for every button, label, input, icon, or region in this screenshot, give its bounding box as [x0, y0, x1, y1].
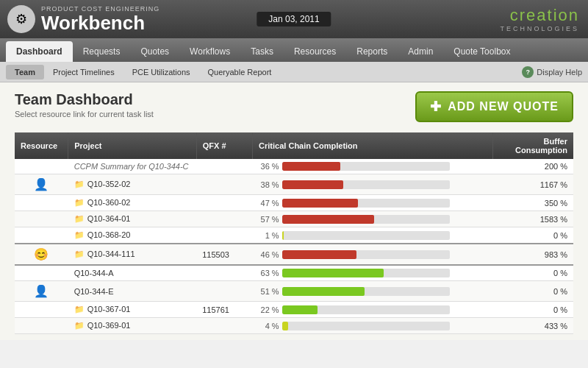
- bar-track: [282, 305, 450, 314]
- buffer-cell: 0 %: [493, 281, 573, 302]
- resource-cell: 😊: [15, 244, 68, 265]
- pct-label: 1 %: [259, 231, 279, 240]
- dashboard-heading: Team Dashboard Select resource link for …: [15, 91, 154, 118]
- bar-fill: [282, 250, 356, 259]
- help-label: Display Help: [537, 68, 582, 77]
- qfx-cell: [196, 159, 252, 174]
- bar-cell: 51 %: [253, 281, 493, 302]
- col-resource: Resource: [15, 132, 68, 159]
- dashboard-table: Resource Project QFX # Critical Chain Co…: [15, 132, 573, 334]
- bar-track: [282, 322, 450, 330]
- add-quote-label: Add New Quote: [448, 100, 559, 113]
- app-header: ⚙ Product Cost Engineering Workbench Jan…: [0, 0, 588, 38]
- pct-label: 63 %: [259, 269, 279, 277]
- folder-icon: 📁: [74, 230, 85, 239]
- bar-container: 22 %: [259, 305, 450, 314]
- project-cell: 📁Q10-352-02: [68, 174, 197, 195]
- nav-tab-resources[interactable]: Resources: [284, 41, 346, 62]
- bar-track: [282, 269, 450, 277]
- bar-fill: [282, 180, 344, 189]
- bar-cell: 22 %: [253, 302, 493, 318]
- nav-tab-admin[interactable]: Admin: [398, 41, 443, 62]
- buffer-cell: 0 %: [493, 302, 573, 318]
- folder-icon: 📁: [74, 321, 85, 330]
- bar-track: [282, 199, 450, 208]
- sub-nav-pce-utilizations[interactable]: PCE Utilizations: [123, 65, 199, 79]
- bar-container: 47 %: [259, 199, 450, 208]
- qfx-cell: [196, 195, 252, 211]
- project-cell: 📁Q10-369-01: [68, 318, 197, 334]
- sub-nav-queryable-report[interactable]: Queryable Report: [199, 65, 281, 79]
- nav-tab-quotes[interactable]: Quotes: [130, 41, 179, 62]
- table-row: 📁Q10-364-01 57 % 1583 %: [15, 211, 573, 227]
- dashboard-subtitle: Select resource link for current task li…: [15, 110, 154, 118]
- bar-fill: [282, 305, 318, 314]
- project-cell: 📁Q10-368-20: [68, 227, 197, 244]
- bar-fill: [282, 231, 284, 240]
- bar-container: 63 %: [259, 269, 450, 277]
- buffer-cell: 1167 %: [493, 174, 573, 195]
- pct-label: 51 %: [259, 287, 279, 296]
- bar-container: 38 %: [259, 180, 450, 189]
- bar-fill: [282, 199, 358, 208]
- pct-label: 22 %: [259, 305, 279, 314]
- sub-nav-project-timelines[interactable]: Project Timelines: [44, 65, 123, 79]
- pct-label: 47 %: [259, 199, 279, 208]
- qfx-cell: 115761: [196, 302, 252, 318]
- bar-track: [282, 250, 450, 259]
- bar-container: 57 %: [259, 215, 450, 224]
- logo-icon: ⚙: [7, 5, 35, 33]
- col-qfx: QFX #: [196, 132, 252, 159]
- buffer-cell: 0 %: [493, 227, 573, 244]
- nav-tab-dashboard[interactable]: Dashboard: [6, 41, 73, 62]
- bar-fill: [282, 322, 289, 330]
- brand-sub: Technologies: [500, 25, 579, 32]
- table-row: 📁Q10-369-01 4 % 433 %: [15, 318, 573, 334]
- nav-tab-workflows[interactable]: Workflows: [179, 41, 240, 62]
- content-header: Team Dashboard Select resource link for …: [15, 91, 573, 122]
- person-icon: 👤: [34, 178, 49, 191]
- add-new-quote-button[interactable]: ✚ Add New Quote: [415, 91, 573, 122]
- bar-cell: 57 %: [253, 211, 493, 227]
- table-row: 😊📁Q10-344-111115503 46 % 983 %: [15, 244, 573, 265]
- project-cell: Q10-344-E: [68, 281, 197, 302]
- nav-tab-quote-toolbox[interactable]: Quote Toolbox: [443, 41, 520, 62]
- col-critical-chain: Critical Chain Completion: [253, 132, 493, 159]
- bar-fill: [282, 215, 374, 224]
- bar-container: 1 %: [259, 231, 450, 240]
- bar-fill: [282, 162, 340, 171]
- buffer-cell: 983 %: [493, 244, 573, 265]
- table-row: Q10-344-A 63 % 0 %: [15, 265, 573, 281]
- bar-cell: 1 %: [253, 227, 493, 244]
- pct-label: 57 %: [259, 215, 279, 224]
- help-icon: ?: [522, 66, 534, 78]
- bar-fill: [282, 269, 384, 277]
- bar-container: 4 %: [259, 322, 450, 330]
- add-quote-icon: ✚: [430, 99, 442, 115]
- bar-container: 36 %: [259, 162, 450, 171]
- bar-track: [282, 162, 450, 171]
- pct-label: 36 %: [259, 162, 279, 171]
- project-cell: 📁Q10-344-111: [68, 244, 197, 265]
- resource-cell: [15, 265, 68, 281]
- pct-label: 46 %: [259, 250, 279, 259]
- main-content: Team Dashboard Select resource link for …: [0, 82, 588, 340]
- qfx-cell: [196, 227, 252, 244]
- display-help-btn[interactable]: ? Display Help: [522, 66, 582, 78]
- logo-area: ⚙ Product Cost Engineering Workbench: [7, 5, 159, 34]
- bar-container: 46 %: [259, 250, 450, 259]
- sub-nav: Team Project Timelines PCE Utilizations …: [0, 62, 588, 82]
- app-title: Product Cost Engineering Workbench: [41, 5, 159, 34]
- project-cell: 📁Q10-367-01: [68, 302, 197, 318]
- nav-tab-requests[interactable]: Requests: [73, 41, 131, 62]
- table-header-row: Resource Project QFX # Critical Chain Co…: [15, 132, 573, 159]
- sub-nav-team[interactable]: Team: [6, 65, 44, 79]
- nav-tab-tasks[interactable]: Tasks: [240, 41, 284, 62]
- nav-tab-reports[interactable]: Reports: [346, 41, 398, 62]
- resource-cell: [15, 227, 68, 244]
- buffer-cell: 200 %: [493, 159, 573, 174]
- header-date: Jan 03, 2011: [257, 12, 331, 26]
- table-row: 👤Q10-344-E 51 % 0 %: [15, 281, 573, 302]
- qfx-cell: [196, 265, 252, 281]
- resource-cell: [15, 195, 68, 211]
